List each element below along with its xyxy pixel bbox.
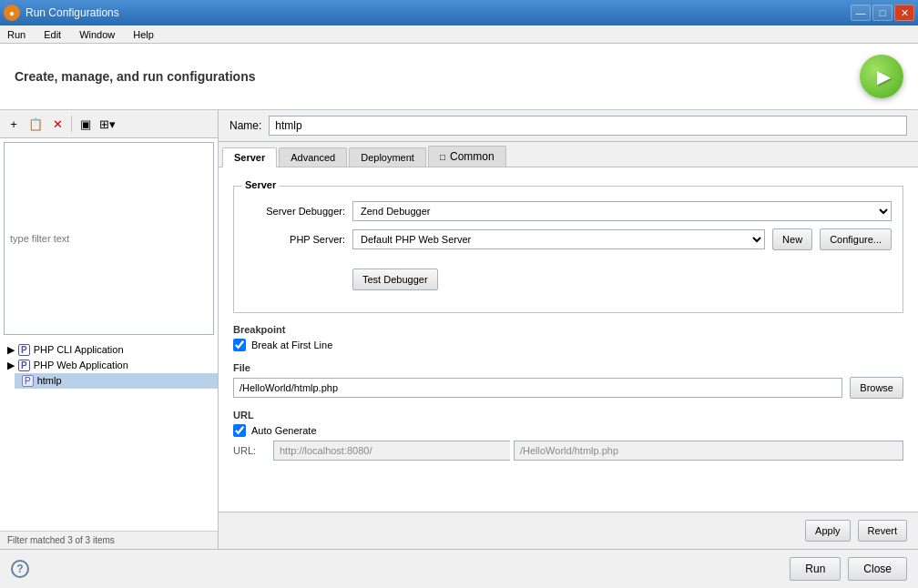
tab-common[interactable]: □ Common	[428, 146, 506, 167]
tree-label-php-web: PHP Web Application	[34, 360, 128, 370]
browse-button[interactable]: Browse	[850, 377, 903, 399]
common-tab-icon: □	[440, 152, 445, 162]
delete-config-button[interactable]: ✕	[47, 114, 67, 134]
php-file-icon: P	[22, 375, 34, 387]
menu-help[interactable]: Help	[129, 25, 158, 43]
url-input-host[interactable]	[273, 441, 510, 461]
left-panel: + 📋 ✕ ▣ ⊞▾ ▶ P PHP CLI Application ▶ P P…	[0, 110, 219, 549]
dialog-footer: ? Run Close	[0, 549, 918, 588]
tree-label-php-cli: PHP CLI Application	[34, 344, 124, 355]
tree-item-php-web[interactable]: ▶ P PHP Web Application	[0, 358, 218, 373]
auto-generate-checkbox[interactable]	[233, 424, 246, 437]
filter-button[interactable]: ⊞▾	[97, 114, 117, 134]
file-input-row: Browse	[233, 377, 903, 399]
minimize-button[interactable]: —	[851, 5, 871, 21]
file-input[interactable]	[233, 378, 842, 398]
server-debugger-select[interactable]: Zend Debugger XDebug	[352, 201, 892, 221]
php-server-label: PHP Server:	[245, 234, 345, 245]
test-debugger-button[interactable]: Test Debugger	[352, 269, 438, 290]
tree-expand-icon-web: ▶	[7, 360, 15, 371]
run-icon	[860, 55, 903, 98]
tab-common-label: Common	[450, 150, 495, 163]
php-web-icon: P	[18, 360, 30, 371]
left-toolbar: + 📋 ✕ ▣ ⊞▾	[0, 110, 218, 138]
name-bar: Name:	[219, 110, 918, 142]
app-icon: ●	[4, 5, 20, 21]
title-bar: ● Run Configurations — □ ✕	[0, 0, 918, 25]
help-icon[interactable]: ?	[11, 560, 29, 578]
close-button[interactable]: Close	[848, 557, 907, 581]
dialog-content: + 📋 ✕ ▣ ⊞▾ ▶ P PHP CLI Application ▶ P P…	[0, 110, 918, 549]
file-section: File Browse	[233, 362, 903, 399]
server-debugger-label: Server Debugger:	[245, 206, 345, 217]
tab-deployment[interactable]: Deployment	[349, 147, 426, 167]
tree-item-php-cli[interactable]: ▶ P PHP CLI Application	[0, 342, 218, 358]
close-window-button[interactable]: ✕	[894, 5, 914, 21]
tree-expand-icon: ▶	[7, 344, 15, 356]
new-config-button[interactable]: +	[4, 114, 24, 134]
filter-status: Filter matched 3 of 3 items	[0, 531, 218, 549]
menu-run[interactable]: Run	[4, 25, 29, 43]
breakpoint-section: Breakpoint Break at First Line	[233, 324, 903, 351]
server-section-title: Server	[241, 179, 280, 190]
maximize-button[interactable]: □	[872, 5, 892, 21]
tab-server[interactable]: Server	[222, 147, 277, 167]
dialog-header: Create, manage, and run configurations	[0, 44, 918, 110]
php-cli-icon: P	[18, 344, 30, 356]
file-label: File	[233, 362, 903, 373]
break-first-line-row: Break at First Line	[233, 339, 903, 351]
url-input-path[interactable]	[514, 441, 903, 461]
server-debugger-row: Server Debugger: Zend Debugger XDebug	[245, 201, 892, 221]
breakpoint-label: Breakpoint	[233, 324, 903, 335]
tree-item-htmlp[interactable]: P htmlp	[15, 373, 218, 389]
apply-revert-bar: Apply Revert	[219, 512, 918, 549]
name-label: Name:	[230, 119, 261, 132]
tree-area: ▶ P PHP CLI Application ▶ P PHP Web Appl…	[0, 339, 218, 532]
title-bar-controls: — □ ✕	[851, 5, 914, 21]
apply-button[interactable]: Apply	[805, 520, 851, 542]
revert-button[interactable]: Revert	[858, 520, 907, 542]
tab-advanced[interactable]: Advanced	[279, 147, 347, 167]
toolbar-separator	[71, 116, 72, 132]
menu-window[interactable]: Window	[76, 25, 118, 43]
php-server-select[interactable]: Default PHP Web Server	[352, 229, 765, 249]
dialog-title: Create, manage, and run configurations	[15, 69, 256, 84]
break-first-line-label: Break at First Line	[251, 340, 332, 350]
filter-input[interactable]	[4, 142, 214, 335]
configure-server-button[interactable]: Configure...	[820, 228, 892, 250]
url-section: URL Auto Generate URL:	[233, 410, 903, 461]
menu-edit[interactable]: Edit	[40, 25, 65, 43]
title-bar-text: Run Configurations	[26, 6, 119, 19]
server-section: Server Server Debugger: Zend Debugger XD…	[233, 186, 903, 313]
right-panel: Name: Server Advanced Deployment □ Commo…	[219, 110, 918, 549]
run-configurations-dialog: Create, manage, and run configurations +…	[0, 44, 918, 588]
break-first-line-checkbox[interactable]	[233, 339, 246, 351]
new-server-button[interactable]: New	[772, 228, 812, 250]
url-section-label: URL	[233, 410, 903, 421]
menu-bar: Run Edit Window Help	[0, 25, 918, 44]
auto-generate-row: Auto Generate	[233, 424, 903, 437]
duplicate-config-button[interactable]: 📋	[26, 114, 46, 134]
tree-label-htmlp: htmlp	[37, 375, 62, 386]
tab-content-server: Server Server Debugger: Zend Debugger XD…	[219, 167, 918, 512]
url-label: URL:	[233, 445, 270, 456]
php-server-row: PHP Server: Default PHP Web Server New C…	[245, 228, 892, 250]
auto-generate-label: Auto Generate	[251, 425, 317, 436]
collapse-button[interactable]: ▣	[76, 114, 96, 134]
name-input[interactable]	[269, 116, 907, 136]
run-button[interactable]: Run	[790, 557, 841, 581]
tab-bar: Server Advanced Deployment □ Common	[219, 142, 918, 167]
